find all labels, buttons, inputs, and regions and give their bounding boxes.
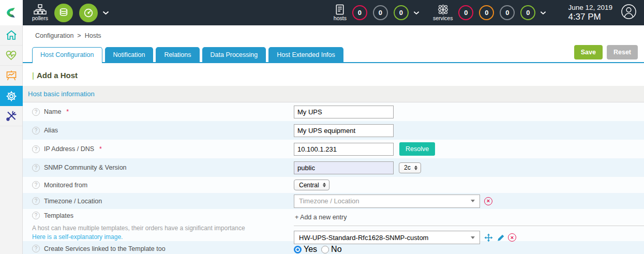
current-date: June 12, 2019 (568, 4, 612, 11)
pollers-status[interactable]: pollers (32, 4, 48, 22)
dropdown-arrow-icon (471, 236, 475, 239)
name-label: ? Name * (32, 108, 294, 116)
snmp-community-input[interactable] (294, 161, 394, 174)
form-row-monitored-from: ? Monitored from Central (23, 177, 644, 193)
pollers-expand-chevron[interactable] (102, 11, 109, 15)
services-expand-chevron[interactable] (540, 11, 546, 15)
main-content: Configuration > Hosts Host Configuration… (23, 25, 644, 254)
timezone-label: ? Timezone / Location (32, 197, 294, 205)
current-time: 4:37 PM (568, 12, 612, 22)
snmp-version-select[interactable]: 2c (399, 162, 421, 173)
snmp-label: ? SNMP Community & Version (32, 164, 294, 172)
tab-host-configuration[interactable]: Host Configuration (32, 47, 102, 63)
gear-icon (5, 90, 18, 102)
timezone-clear-icon[interactable]: × (484, 197, 492, 205)
chevron-down-icon (102, 11, 109, 15)
section-header-host-basic-information: Host basic information (23, 86, 644, 102)
template-selected-value: HW-UPS-Standard-Rfc1628-SNMP-custom (299, 234, 428, 242)
help-icon[interactable]: ? (32, 197, 40, 205)
pollers-icon (33, 4, 47, 16)
move-icon (484, 233, 493, 242)
templates-help-link[interactable]: Here is a self-explanatory image. (32, 233, 294, 241)
sidebar-item-home[interactable] (0, 25, 22, 46)
help-icon[interactable]: ? (32, 212, 40, 219)
clock: June 12, 2019 4:37 PM (568, 4, 612, 22)
poller-database-status[interactable] (54, 4, 73, 22)
services-ok-badge[interactable]: 0 (520, 5, 535, 20)
hosts-down-badge[interactable]: 0 (352, 5, 367, 20)
name-input[interactable] (294, 106, 394, 118)
breadcrumb-section[interactable]: Configuration (35, 32, 73, 39)
template-remove-icon[interactable]: × (508, 233, 516, 242)
top-bar: pollers hosts 0 0 0 (0, 0, 644, 25)
create-services-label: ? Create Services linked to the Template… (32, 245, 294, 252)
services-status[interactable]: services (433, 4, 453, 22)
chevron-down-icon (540, 11, 546, 15)
timezone-select[interactable]: Timezone / Location (294, 195, 480, 208)
tab-host-extended-infos[interactable]: Host Extended Infos (268, 47, 343, 62)
help-icon[interactable]: ? (32, 245, 40, 252)
tab-bar: Host Configuration Notification Relation… (23, 45, 644, 63)
poller-latency-status[interactable] (79, 4, 98, 22)
services-critical-badge[interactable]: 0 (458, 5, 473, 20)
hosts-up-badge[interactable]: 0 (394, 5, 409, 20)
alias-label: ? Alias (32, 127, 294, 135)
form-row-name: ? Name * (23, 102, 644, 121)
sidebar-item-administration[interactable] (0, 106, 22, 126)
form-row-timezone: ? Timezone / Location Timezone / Locatio… (23, 193, 644, 209)
template-move-handle[interactable] (484, 233, 493, 242)
hosts-unreachable-badge[interactable]: 0 (373, 5, 388, 20)
create-services-no-label: No (331, 245, 341, 254)
help-icon[interactable]: ? (32, 127, 40, 135)
title-pipe: | (32, 71, 34, 80)
required-marker: * (99, 145, 102, 153)
ip-address-input[interactable] (294, 143, 394, 156)
sidebar-item-reporting[interactable] (0, 66, 22, 86)
services-label: services (433, 16, 453, 22)
breadcrumb: Configuration > Hosts (23, 25, 644, 45)
template-edit-button[interactable] (497, 234, 505, 242)
sidebar-item-configuration[interactable] (0, 86, 23, 106)
create-services-yes-radio[interactable] (294, 246, 302, 253)
monitored-from-select[interactable]: Central (294, 180, 330, 190)
create-services-yes-label: Yes (304, 245, 317, 254)
resolve-button[interactable]: Resolve (399, 142, 435, 156)
pollers-label: pollers (32, 16, 48, 22)
chevron-down-icon (413, 11, 420, 15)
tools-icon (5, 110, 18, 122)
hosts-label: hosts (334, 16, 347, 22)
hosts-expand-chevron[interactable] (413, 11, 420, 15)
centreon-logo[interactable] (0, 0, 23, 25)
add-new-entry-link[interactable]: + Add a new entry (294, 212, 644, 226)
services-unknown-badge[interactable]: 0 (500, 5, 515, 20)
save-button[interactable]: Save (574, 45, 603, 59)
timezone-placeholder: Timezone / Location (299, 197, 360, 205)
breadcrumb-page[interactable]: Hosts (85, 32, 101, 39)
user-menu[interactable] (621, 4, 637, 22)
tab-notification[interactable]: Notification (105, 47, 154, 62)
heart-pulse-icon (5, 49, 18, 62)
template-select[interactable]: HW-UPS-Standard-Rfc1628-SNMP-custom (294, 231, 480, 244)
tab-relations[interactable]: Relations (156, 47, 199, 62)
sidebar-item-monitoring[interactable] (0, 46, 22, 66)
sidebar-nav (0, 25, 23, 254)
form-row-alias: ? Alias (23, 121, 644, 140)
ip-address-label: ? IP Address / DNS * (32, 145, 294, 153)
chart-board-icon (5, 69, 18, 82)
tab-data-processing[interactable]: Data Processing (202, 47, 266, 62)
services-warning-badge[interactable]: 0 (479, 5, 494, 20)
help-icon[interactable]: ? (32, 181, 40, 189)
form-row-templates: ? Templates A host can have multiple tem… (23, 209, 644, 241)
create-services-no-radio[interactable] (321, 246, 329, 253)
reset-button[interactable]: Reset (607, 45, 638, 59)
dropdown-arrow-icon (471, 200, 475, 202)
help-icon[interactable]: ? (32, 145, 40, 153)
templates-help-text: A host can have multiple templates, thei… (32, 225, 294, 232)
alias-input[interactable] (294, 124, 394, 137)
services-icon (436, 4, 450, 16)
help-icon[interactable]: ? (32, 164, 40, 172)
templates-control-block: + Add a new entry HW-UPS-Standard-Rfc162… (294, 212, 644, 244)
hosts-status[interactable]: hosts (334, 4, 347, 22)
help-icon[interactable]: ? (32, 108, 40, 116)
form-actions: Save Reset (574, 45, 638, 62)
